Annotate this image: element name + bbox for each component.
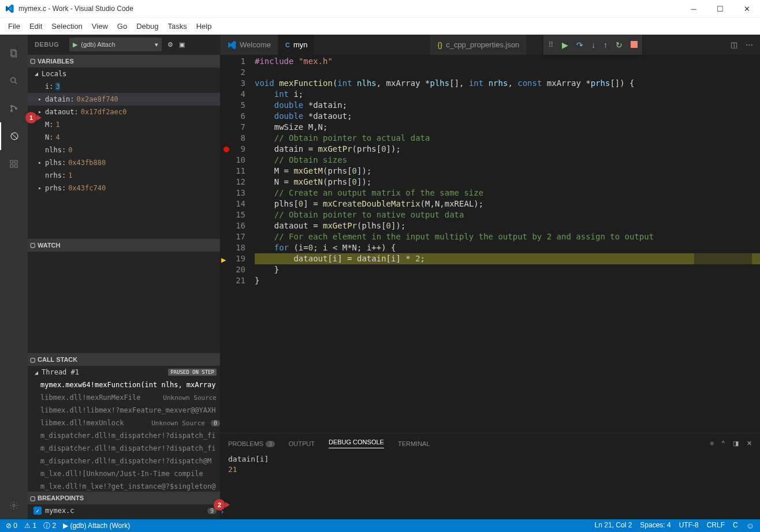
debug-console-icon[interactable]: ▣	[179, 41, 185, 48]
panel-tab-terminal[interactable]: TERMINAL	[398, 440, 430, 447]
locals-group[interactable]: ◢Locals	[28, 68, 220, 80]
debug-settings-icon[interactable]: ⚙	[167, 41, 173, 48]
status-warnings[interactable]: ⚠ 1	[24, 522, 36, 530]
stack-frame[interactable]: m_lxe.dll!m_lxe!?get_instance@?$singleto…	[28, 480, 220, 492]
variable-row[interactable]: i: 3	[28, 80, 220, 93]
svg-rect-11	[14, 164, 17, 167]
tab-active-file[interactable]: C myn	[278, 35, 315, 55]
variable-row[interactable]: ▸prhs: 0x43fc740	[28, 182, 220, 194]
stack-frame[interactable]: m_dispatcher.dll!m_dispatcher!?dispatch_…	[28, 442, 220, 455]
json-file-icon: {}	[437, 40, 442, 49]
status-eol[interactable]: CRLF	[707, 521, 725, 530]
more-actions-icon[interactable]: ⋯	[746, 40, 753, 49]
chevron-down-icon: ▾	[155, 41, 158, 48]
step-over-icon[interactable]: ↷	[576, 40, 583, 50]
svg-point-2	[11, 78, 16, 83]
callstack-section[interactable]: ▢CALL STACK	[28, 353, 220, 366]
minimize-button[interactable]: ─	[680, 0, 707, 17]
continue-icon[interactable]: ▶	[562, 40, 568, 50]
variable-row[interactable]: ▸dataout: 0x17df2aec0	[28, 106, 220, 118]
menu-selection[interactable]: Selection	[47, 22, 87, 31]
settings-gear-icon[interactable]	[0, 492, 28, 519]
close-panel-icon[interactable]: ✕	[747, 440, 752, 447]
stack-frame[interactable]: m_dispatcher.dll!m_dispatcher!?dispatch@…	[28, 455, 220, 467]
callout-2: 2	[214, 499, 225, 511]
stack-frame[interactable]: m_dispatcher.dll!m_dispatcher!?dispatch_…	[28, 429, 220, 442]
stack-frame[interactable]: m_lxe.dll![Unknown/Just-In-Time compile	[28, 467, 220, 480]
variable-row[interactable]: M: 1	[28, 118, 220, 131]
status-debug-process[interactable]: ▶ (gdb) Attach (Work)	[63, 522, 130, 530]
status-errors[interactable]: ⊘ 0	[6, 522, 17, 530]
debug-console-body[interactable]: datain[i] 21 ›	[220, 454, 760, 519]
variable-row[interactable]: ▸plhs: 0x43fb880	[28, 156, 220, 169]
variable-row[interactable]: ▸datain: 0x2ae8f740	[28, 93, 220, 106]
watch-section[interactable]: ▢WATCH	[28, 239, 220, 252]
breakpoint-item[interactable]: ✓ mymex.c 9	[28, 504, 220, 517]
svg-point-4	[11, 106, 13, 107]
restart-icon[interactable]: ↻	[616, 40, 623, 50]
status-spaces[interactable]: Spaces: 4	[640, 521, 670, 530]
menu-go[interactable]: Go	[113, 22, 132, 31]
menu-tasks[interactable]: Tasks	[163, 22, 191, 31]
search-icon[interactable]	[0, 67, 28, 95]
tab-json-file[interactable]: {} c_cpp_properties.json	[430, 35, 527, 55]
menu-help[interactable]: Help	[192, 22, 217, 31]
checkbox-icon[interactable]: ✓	[33, 507, 42, 515]
status-ln-col[interactable]: Ln 21, Col 2	[595, 521, 632, 530]
stack-frame[interactable]: mymex.mexw64!mexFunction(int nlhs, mxArr…	[28, 379, 220, 391]
split-editor-icon[interactable]: ◫	[731, 40, 737, 49]
svg-rect-12	[14, 160, 17, 163]
svg-rect-9	[10, 160, 13, 163]
code-editor[interactable]: 12345678910111213141516171819▶2021 #incl…	[220, 55, 760, 433]
tab-welcome[interactable]: Welcome	[220, 35, 278, 55]
feedback-icon[interactable]: ☺	[746, 521, 754, 530]
stack-frame[interactable]: libmex.dll!mexRunMexFileUnknown Source	[28, 391, 220, 404]
debug-toolbar: ⠿ ▶ ↷ ↓ ↑ ↻	[543, 35, 642, 55]
svg-line-3	[15, 82, 17, 84]
breakpoint-icon[interactable]	[223, 147, 229, 152]
panel-tab-output[interactable]: OUTPUT	[289, 440, 315, 447]
variable-row[interactable]: nlhs: 0	[28, 144, 220, 156]
variable-row[interactable]: N: 4	[28, 131, 220, 144]
activity-bar	[0, 35, 28, 519]
debug-config-select[interactable]: ▶ (gdb) Attach ▾	[69, 38, 162, 51]
clear-console-icon[interactable]: ≡	[710, 440, 713, 447]
stack-frame[interactable]: libmex.dll!mexUnlockUnknown Source0	[28, 417, 220, 429]
explorer-icon[interactable]	[0, 39, 28, 67]
step-into-icon[interactable]: ↓	[591, 40, 595, 50]
stack-frame[interactable]: libmex.dll!libmex!?mexFeature_mexver@@YA…	[28, 404, 220, 417]
thread-row[interactable]: ◢Thread #1 PAUSED ON STEP	[28, 366, 220, 379]
callout-1: 1	[25, 112, 37, 123]
start-debug-icon[interactable]: ▶	[73, 41, 77, 48]
panel-tab-problems[interactable]: PROBLEMS3	[228, 440, 275, 447]
extensions-icon[interactable]	[0, 150, 28, 178]
drag-handle-icon[interactable]: ⠿	[548, 40, 554, 49]
collapse-panel-icon[interactable]: ^	[722, 440, 725, 447]
maximize-button[interactable]: ☐	[707, 0, 733, 17]
variable-row[interactable]: nrhs: 1	[28, 169, 220, 182]
variables-section[interactable]: ▢VARIABLES	[28, 55, 220, 68]
editor-tabs: Welcome C myn {} c_cpp_properties.json ◫…	[220, 35, 760, 55]
stop-icon[interactable]	[631, 40, 638, 50]
svg-point-13	[13, 504, 15, 507]
menu-debug[interactable]: Debug	[132, 22, 163, 31]
menu-view[interactable]: View	[87, 22, 113, 31]
window-title: mymex.c - Work - Visual Studio Code	[18, 5, 680, 13]
minimap[interactable]	[694, 55, 752, 433]
step-out-icon[interactable]: ↑	[603, 40, 608, 50]
panel-tab-debug-console[interactable]: DEBUG CONSOLE	[329, 439, 384, 448]
debug-icon[interactable]	[0, 122, 28, 150]
status-language[interactable]: C	[733, 521, 738, 530]
breakpoints-section[interactable]: ▢BREAKPOINTS	[28, 492, 220, 504]
menu-edit[interactable]: Edit	[25, 22, 47, 31]
maximize-panel-icon[interactable]: ◨	[733, 440, 739, 447]
status-info[interactable]: ⓘ 2	[43, 521, 56, 531]
menu-file[interactable]: File	[3, 22, 25, 31]
c-file-icon: C	[285, 42, 290, 48]
vscode-icon	[5, 4, 14, 13]
title-bar: mymex.c - Work - Visual Studio Code ─ ☐ …	[0, 0, 760, 17]
close-button[interactable]: ✕	[733, 0, 760, 17]
status-encoding[interactable]: UTF-8	[679, 521, 699, 530]
paused-badge: PAUSED ON STEP	[168, 369, 217, 376]
source-control-icon[interactable]	[0, 95, 28, 122]
